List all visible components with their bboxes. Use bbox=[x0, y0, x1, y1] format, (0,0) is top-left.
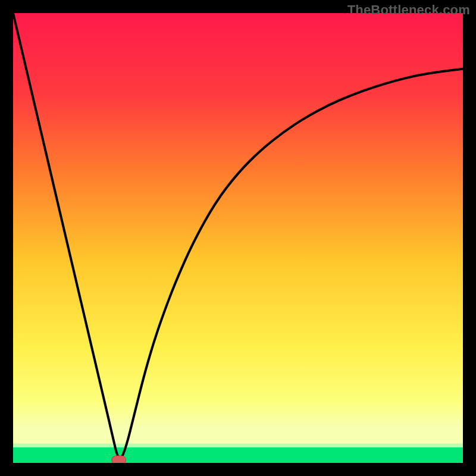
chart-svg bbox=[13, 13, 463, 463]
plot-area bbox=[13, 13, 463, 463]
watermark-text: TheBottleneck.com bbox=[347, 2, 470, 18]
green-transition bbox=[13, 444, 463, 447]
optimal-marker bbox=[112, 456, 126, 463]
green-band bbox=[13, 447, 463, 463]
chart-frame: TheBottleneck.com bbox=[0, 0, 476, 476]
